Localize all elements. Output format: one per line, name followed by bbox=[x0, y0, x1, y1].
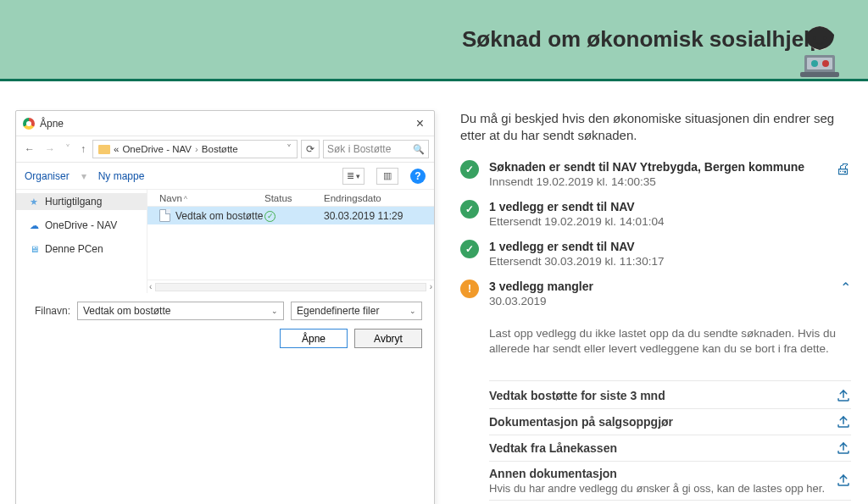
attachment-item: Vedtak bostøtte for siste 3 mnd bbox=[489, 380, 851, 409]
file-column-headers[interactable]: Navn^ Status Endringsdato bbox=[147, 190, 434, 207]
status-subtitle: 30.03.2019 bbox=[489, 295, 830, 307]
search-input[interactable]: Søk i Bostøtte 🔍 bbox=[323, 140, 429, 158]
status-item: ✓1 vedlegg er sendt til NAVEttersendt 19… bbox=[460, 200, 851, 228]
search-placeholder: Søk i Bostøtte bbox=[327, 143, 391, 155]
dialog-sidebar: ★Hurtigtilgang ☁OneDrive - NAV 🖥Denne PC… bbox=[16, 190, 147, 293]
attachment-list: Vedtak bostøtte for siste 3 mndDokumenta… bbox=[489, 380, 851, 501]
notice-text: Du må gi beskjed hvis den økonomiske sit… bbox=[460, 110, 851, 145]
nav-back-icon[interactable]: ← bbox=[21, 141, 38, 157]
svg-point-2 bbox=[823, 36, 826, 40]
chevron-down-icon[interactable]: ⌄ bbox=[271, 307, 278, 315]
attachment-label: Annen dokumentasjon bbox=[489, 467, 825, 480]
svg-point-1 bbox=[813, 36, 816, 40]
search-icon: 🔍 bbox=[413, 144, 425, 155]
star-icon: ★ bbox=[28, 197, 40, 207]
new-folder-button[interactable]: Ny mappe bbox=[98, 170, 145, 182]
svg-point-7 bbox=[822, 60, 829, 67]
check-icon: ✓ bbox=[460, 200, 479, 219]
cancel-button[interactable]: Avbryt bbox=[354, 329, 422, 348]
chevron-down-icon: ⌄ bbox=[409, 307, 416, 315]
chevron-down-icon[interactable]: ˅ bbox=[287, 143, 292, 155]
nav-forward-icon[interactable]: → bbox=[42, 141, 58, 157]
attachment-item: Vedtak fra Lånekassen bbox=[489, 435, 851, 462]
upload-icon[interactable] bbox=[836, 473, 851, 488]
status-subtitle: Ettersendt 30.03.2019 kl. 11:30:17 bbox=[489, 255, 851, 268]
sidebar-item-quick-access[interactable]: ★Hurtigtilgang bbox=[16, 193, 147, 210]
upload-icon[interactable] bbox=[836, 414, 851, 429]
status-panel: Du må gi beskjed hvis den økonomiske sit… bbox=[460, 110, 851, 504]
status-title: 3 vedlegg mangler bbox=[489, 280, 830, 293]
filetype-select[interactable]: Egendefinerte filer ⌄ bbox=[291, 302, 422, 320]
expand-help-text: Last opp vedlegg du ikke lastet opp da d… bbox=[489, 326, 851, 357]
filename-label: Filnavn: bbox=[28, 305, 70, 317]
dialog-nav-row: ← → ˅ ↑ « OneDrive - NAV › Bostøtte ˅ ⟳ … bbox=[16, 136, 434, 163]
collapse-icon[interactable]: ⌃ bbox=[840, 280, 851, 307]
horizontal-scrollbar[interactable]: ‹› bbox=[147, 280, 434, 293]
dialog-title: Åpne bbox=[40, 118, 64, 130]
synced-icon: ✓ bbox=[264, 211, 275, 222]
nav-up-icon[interactable]: ↑ bbox=[77, 141, 89, 157]
preview-pane-button[interactable]: ▥ bbox=[376, 168, 398, 185]
svg-point-6 bbox=[811, 60, 818, 67]
upload-icon[interactable] bbox=[836, 440, 851, 456]
status-item: ✓1 vedlegg er sendt til NAVEttersendt 30… bbox=[460, 240, 851, 268]
file-open-dialog: Åpne × ← → ˅ ↑ « OneDrive - NAV › Bostøt… bbox=[15, 110, 435, 504]
pc-icon: 🖥 bbox=[28, 244, 40, 254]
check-icon: ✓ bbox=[460, 160, 479, 179]
upload-icon[interactable] bbox=[836, 388, 851, 403]
status-title: 1 vedlegg er sendt til NAV bbox=[489, 240, 851, 253]
status-subtitle: Ettersendt 19.02.2019 kl. 14:01:04 bbox=[489, 215, 851, 228]
status-title: 1 vedlegg er sendt til NAV bbox=[489, 200, 851, 213]
sidebar-item-this-pc[interactable]: 🖥Denne PCen bbox=[16, 241, 147, 258]
chrome-icon bbox=[23, 118, 35, 130]
attachment-help: Hvis du har andre vedlegg du ønsker å gi… bbox=[489, 482, 825, 495]
print-icon[interactable]: 🖨 bbox=[836, 160, 851, 188]
attachment-label: Dokumentasjon på salgsoppgjør bbox=[489, 415, 673, 429]
nav-recent-icon[interactable]: ˅ bbox=[62, 141, 74, 157]
open-button[interactable]: Åpne bbox=[280, 329, 348, 348]
page-title: Søknad om økonomisk sosialhjelp bbox=[462, 27, 823, 53]
warning-icon: ! bbox=[460, 280, 479, 298]
sidebar-item-onedrive[interactable]: ☁OneDrive - NAV bbox=[16, 217, 147, 234]
document-icon bbox=[159, 209, 170, 222]
attachment-label: Vedtak bostøtte for siste 3 mnd bbox=[489, 389, 665, 402]
status-title: Søknaden er sendt til NAV Ytrebygda, Ber… bbox=[489, 160, 826, 174]
folder-icon bbox=[98, 145, 110, 154]
file-row[interactable]: Vedtak om bostøtte ✓ 30.03.2019 11:29 bbox=[147, 207, 434, 224]
attachment-item: Dokumentasjon på salgsoppgjør bbox=[489, 409, 851, 435]
status-item: !3 vedlegg mangler30.03.2019⌃ bbox=[460, 280, 851, 307]
file-list: Vedtak om bostøtte ✓ 30.03.2019 11:29 bbox=[147, 207, 434, 280]
svg-rect-5 bbox=[800, 72, 839, 77]
close-icon[interactable]: × bbox=[413, 116, 427, 131]
attachment-item: Annen dokumentasjonHvis du har andre ved… bbox=[489, 462, 851, 501]
organize-menu[interactable]: Organiser bbox=[25, 170, 70, 182]
breadcrumb[interactable]: « OneDrive - NAV › Bostøtte ˅ bbox=[92, 140, 298, 158]
header-banner: Søknad om økonomisk sosialhjelp bbox=[0, 0, 868, 81]
avatar-icon bbox=[790, 19, 849, 79]
refresh-icon[interactable]: ⟳ bbox=[301, 140, 320, 158]
attachment-label: Vedtak fra Lånekassen bbox=[489, 441, 617, 455]
view-mode-button[interactable]: ≣▾ bbox=[342, 168, 364, 185]
check-icon: ✓ bbox=[460, 240, 479, 258]
dialog-titlebar: Åpne × bbox=[16, 111, 434, 136]
status-subtitle: Innsendt 19.02.2019 kl. 14:00:35 bbox=[489, 175, 826, 188]
help-icon[interactable]: ? bbox=[410, 169, 426, 184]
cloud-icon: ☁ bbox=[28, 220, 40, 230]
filename-input[interactable]: Vedtak om bostøtte ⌄ bbox=[77, 302, 284, 320]
status-item: ✓Søknaden er sendt til NAV Ytrebygda, Be… bbox=[460, 160, 851, 188]
